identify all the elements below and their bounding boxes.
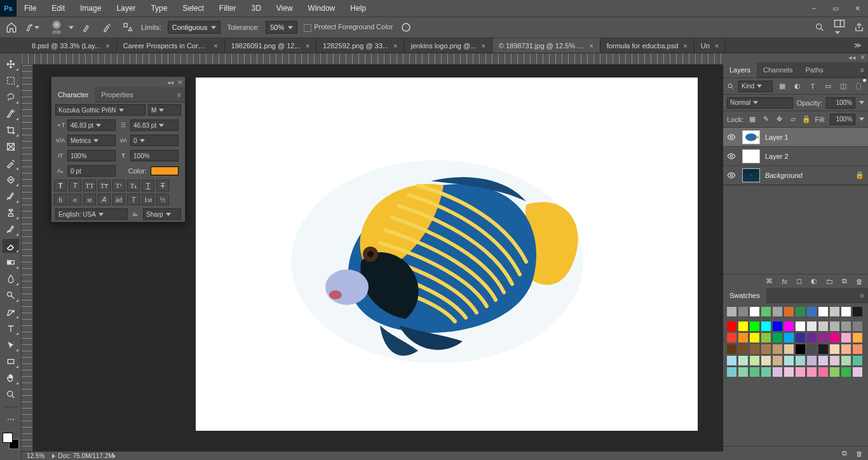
- filter-smart-icon[interactable]: ◫: [837, 81, 849, 92]
- close-icon[interactable]: ×: [214, 42, 217, 50]
- swatch[interactable]: [841, 356, 851, 365]
- path-selection-tool-icon[interactable]: [3, 338, 19, 352]
- swatch[interactable]: [853, 356, 862, 365]
- swatch[interactable]: [784, 333, 794, 342]
- edit-toolbar-icon[interactable]: ⋯: [3, 412, 19, 426]
- swatch[interactable]: [818, 321, 828, 331]
- font-family-dropdown[interactable]: Kozuka Gothic Pr6N: [55, 104, 146, 116]
- font-style-dropdown[interactable]: M: [148, 104, 181, 116]
- swatch[interactable]: [784, 307, 794, 316]
- text-color-swatch[interactable]: [151, 166, 179, 175]
- vert-scale-field[interactable]: 100%: [67, 150, 116, 161]
- swatch[interactable]: [807, 367, 817, 377]
- swatch[interactable]: [727, 367, 736, 377]
- menu-window[interactable]: Window: [301, 4, 343, 13]
- tool-preset-picker-icon[interactable]: [25, 20, 39, 34]
- menu-type[interactable]: Type: [143, 4, 175, 13]
- swatch[interactable]: [807, 356, 817, 365]
- layer-row[interactable]: Layer 1: [723, 128, 868, 147]
- swatch[interactable]: [830, 356, 839, 365]
- swatch[interactable]: [841, 367, 851, 377]
- paths-tab[interactable]: Paths: [799, 62, 830, 78]
- swatch[interactable]: [784, 356, 794, 365]
- swatch[interactable]: [761, 333, 771, 342]
- pressure-icon[interactable]: [399, 20, 413, 34]
- swatch[interactable]: [830, 333, 839, 342]
- clone-stamp-tool-icon[interactable]: [3, 206, 19, 220]
- visibility-icon[interactable]: [727, 133, 737, 142]
- delete-layer-icon[interactable]: 🗑: [856, 278, 863, 285]
- visibility-icon[interactable]: [727, 171, 737, 180]
- swatch[interactable]: [784, 344, 794, 354]
- subscript-button[interactable]: T₁: [127, 180, 140, 191]
- new-swatch-icon[interactable]: ⧉: [842, 449, 847, 457]
- dodge-tool-icon[interactable]: [3, 288, 19, 302]
- swatch[interactable]: [830, 307, 839, 316]
- close-panel-icon[interactable]: ✕: [860, 53, 865, 62]
- swatch[interactable]: [853, 333, 862, 342]
- ordinals-button[interactable]: 1st: [142, 194, 154, 205]
- panel-menu-icon[interactable]: ≡: [860, 292, 864, 299]
- layer-row[interactable]: Layer 2: [723, 147, 868, 166]
- fractions-button[interactable]: ½: [156, 194, 169, 205]
- new-layer-icon[interactable]: ⧉: [842, 277, 847, 285]
- delete-swatch-icon[interactable]: 🗑: [856, 450, 863, 457]
- foreground-background-colors[interactable]: [3, 433, 19, 449]
- swatch[interactable]: [796, 333, 805, 342]
- lock-artboard-icon[interactable]: ▱: [788, 114, 797, 125]
- swatch[interactable]: [773, 333, 782, 342]
- document-tab[interactable]: Career Prospects in Corporate Finance.jp…: [117, 38, 225, 53]
- rectangle-tool-icon[interactable]: [3, 355, 19, 369]
- swatch[interactable]: [773, 307, 782, 316]
- window-minimize-icon[interactable]: −: [803, 0, 825, 17]
- tolerance-dropdown[interactable]: 50%: [266, 21, 297, 34]
- panel-menu-icon[interactable]: ≡: [177, 91, 181, 98]
- adjustment-layer-icon[interactable]: ◐: [811, 277, 817, 285]
- swatch[interactable]: [841, 321, 851, 331]
- document-tab[interactable]: formula for educba.psd×: [600, 38, 695, 53]
- menu-filter[interactable]: Filter: [212, 4, 244, 13]
- menu-file[interactable]: File: [17, 4, 44, 13]
- filter-shape-icon[interactable]: ▭: [822, 81, 834, 92]
- panel-menu-icon[interactable]: ≡: [860, 66, 864, 74]
- swatch[interactable]: [727, 321, 736, 331]
- swatch[interactable]: [784, 367, 794, 377]
- bold-button[interactable]: T: [54, 180, 67, 191]
- swatch[interactable]: [807, 321, 817, 331]
- kerning-field[interactable]: Metrics: [67, 135, 116, 146]
- filter-type-icon[interactable]: T: [807, 81, 818, 92]
- swatches-tab[interactable]: Swatches: [723, 288, 766, 303]
- type-tool-icon[interactable]: [3, 321, 19, 335]
- antialias-dropdown[interactable]: Sharp: [143, 208, 181, 220]
- crop-tool-icon[interactable]: [3, 123, 19, 137]
- swatch[interactable]: [796, 367, 805, 377]
- background-sampling-icon[interactable]: [100, 20, 114, 34]
- swatch[interactable]: [807, 333, 817, 342]
- discretionary-button[interactable]: st: [83, 194, 96, 205]
- opacity-field[interactable]: 100%: [826, 97, 855, 109]
- zoom-tool-icon[interactable]: [3, 388, 19, 402]
- swatch[interactable]: [853, 344, 862, 354]
- move-tool-icon[interactable]: [3, 57, 19, 71]
- eyedropper-tool-icon[interactable]: [3, 156, 19, 170]
- swatch[interactable]: [727, 333, 736, 342]
- properties-tab[interactable]: Properties: [95, 87, 139, 102]
- zoom-level[interactable]: 12.5%: [27, 452, 44, 459]
- fill-field[interactable]: 100%: [830, 114, 855, 125]
- swatch[interactable]: [738, 344, 748, 354]
- document-tab[interactable]: © 1898731.jpg @ 12.5% (Layer 1, RGB/8*) …: [492, 38, 600, 53]
- blend-mode-dropdown[interactable]: Normal: [727, 97, 793, 109]
- layers-tab[interactable]: Layers: [723, 62, 757, 78]
- swatch[interactable]: [761, 321, 771, 331]
- document-canvas[interactable]: [196, 78, 698, 431]
- swatch[interactable]: [830, 344, 839, 354]
- document-tab[interactable]: 1282592.png @ 33...×: [316, 38, 404, 53]
- window-close-icon[interactable]: ✕: [846, 0, 868, 17]
- swatch[interactable]: [853, 307, 862, 316]
- swatch[interactable]: [796, 344, 805, 354]
- swatch[interactable]: [750, 307, 759, 316]
- share-icon[interactable]: [854, 22, 864, 32]
- marquee-tool-icon[interactable]: [3, 74, 19, 88]
- quick-selection-tool-icon[interactable]: [3, 107, 19, 121]
- document-tab[interactable]: Un×: [695, 38, 726, 53]
